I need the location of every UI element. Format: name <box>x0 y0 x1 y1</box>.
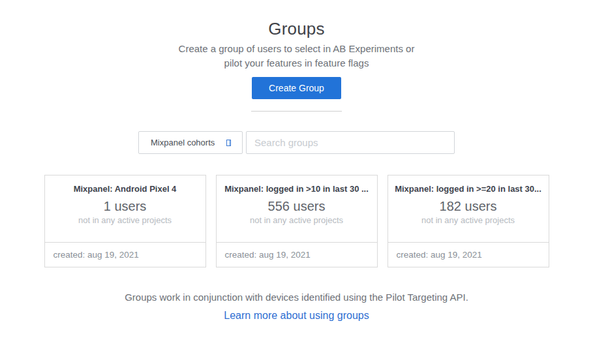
page-subtitle-line-2: pilot your features in feature flags <box>0 56 593 70</box>
group-card-created: created: aug 19, 2021 <box>45 242 205 267</box>
page-subtitle-line-1: Create a group of users to select in AB … <box>0 42 593 56</box>
dropdown-indicator-icon <box>226 140 231 146</box>
group-card-body: Mixpanel: logged in >10 in last 30 ... 5… <box>217 175 377 242</box>
footer-note: Groups work in conjunction with devices … <box>0 292 593 303</box>
group-card-body: Mixpanel: logged in >=20 in last 30... 1… <box>388 175 549 242</box>
group-card-status: not in any active projects <box>395 215 542 225</box>
group-card[interactable]: Mixpanel: logged in >=20 in last 30... 1… <box>388 175 549 267</box>
group-card-created: created: aug 19, 2021 <box>388 242 549 267</box>
group-cards-row: Mixpanel: Android Pixel 4 1 users not in… <box>0 175 593 267</box>
group-card-body: Mixpanel: Android Pixel 4 1 users not in… <box>45 175 205 242</box>
group-card-created: created: aug 19, 2021 <box>217 242 377 267</box>
search-groups-input[interactable] <box>246 131 455 154</box>
group-card-user-count: 1 users <box>52 199 199 214</box>
group-card[interactable]: Mixpanel: Android Pixel 4 1 users not in… <box>44 175 206 267</box>
group-card-title: Mixpanel: logged in >=20 in last 30... <box>395 184 542 194</box>
group-card-title: Mixpanel: logged in >10 in last 30 ... <box>223 184 371 194</box>
cohort-source-value: Mixpanel cohorts <box>151 138 215 147</box>
cohort-source-dropdown[interactable]: Mixpanel cohorts <box>138 131 243 154</box>
group-card[interactable]: Mixpanel: logged in >10 in last 30 ... 5… <box>216 175 378 267</box>
group-card-user-count: 556 users <box>223 199 371 214</box>
group-card-status: not in any active projects <box>52 215 199 225</box>
learn-more-link[interactable]: Learn more about using groups <box>0 310 593 322</box>
group-card-title: Mixpanel: Android Pixel 4 <box>52 184 199 194</box>
filter-row: Mixpanel cohorts <box>0 131 593 154</box>
page-title: Groups <box>0 0 593 39</box>
group-card-status: not in any active projects <box>223 215 371 225</box>
header-divider <box>251 111 342 112</box>
page-subtitle: Create a group of users to select in AB … <box>0 42 593 70</box>
create-group-button[interactable]: Create Group <box>252 77 341 99</box>
groups-page: Groups Create a group of users to select… <box>0 0 593 364</box>
group-card-user-count: 182 users <box>395 199 542 214</box>
